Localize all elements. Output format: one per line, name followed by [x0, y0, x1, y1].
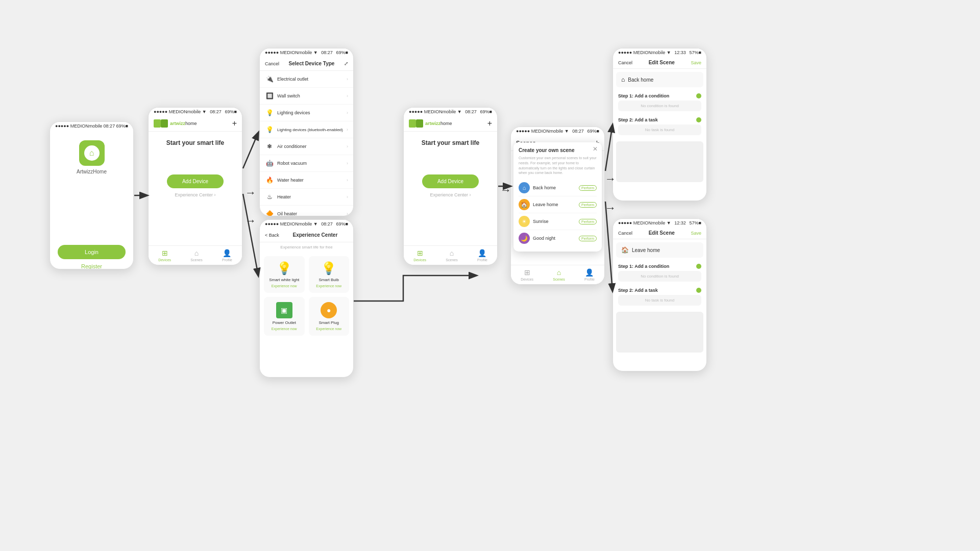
back-button[interactable]: < Back	[265, 233, 279, 238]
popup-scene-back-home[interactable]: ⌂ Back home Perform	[519, 180, 597, 196]
profile-icon-6: 👤	[585, 268, 594, 277]
device-item-lighting-bt[interactable]: 💡Lighting devices (bluetooth-enabled) ›	[260, 121, 353, 138]
chevron-icon-3: ›	[347, 110, 348, 115]
nav-devices-6[interactable]: ⊞ Devices	[521, 268, 533, 281]
expand-icon[interactable]: ⤢	[344, 61, 348, 66]
time-7: 12:33	[674, 50, 686, 55]
time-3: 08:27	[321, 50, 333, 55]
step1-section-7: Step 1: Add a condition No condition is …	[613, 90, 706, 114]
step2-dot-8	[696, 288, 701, 293]
nav-scenes-5[interactable]: ⌂ Scenes	[446, 249, 457, 262]
save-button-7[interactable]: Save	[691, 60, 701, 65]
devices-icon-5: ⊞	[417, 249, 423, 257]
popup-perform-1[interactable]: Perform	[579, 185, 597, 191]
status-bar-6: ●●●●● MEDIONmobile ▼ 08:27 69%■	[511, 127, 604, 135]
devices-icon: ⊞	[162, 249, 168, 257]
battery-8: 57%■	[690, 220, 701, 226]
nav-devices[interactable]: ⊞ Devices	[158, 249, 171, 262]
save-button-8[interactable]: Save	[691, 231, 701, 236]
status-bar-3: ●●●●● MEDIONmobile ▼ 08:27 69%■	[260, 48, 353, 57]
cancel-button-7[interactable]: Cancel	[618, 60, 632, 65]
battery-1: 69%■	[116, 123, 128, 129]
popup-scene-leave[interactable]: 🏠 Leave home Perform	[519, 196, 597, 213]
popup-scene-sunrise[interactable]: ☀ Sunrise Perform	[519, 213, 597, 230]
leave-home-bar-8: 🏠 Leave home	[616, 242, 703, 258]
profile-icon-5: 👤	[478, 249, 486, 257]
popup-scene-night[interactable]: 🌙 Good night Perform	[519, 230, 597, 246]
exp-center-link[interactable]: Experience Center ›	[175, 192, 215, 197]
cancel-button-3[interactable]: Cancel	[265, 61, 279, 66]
nav-profile-5[interactable]: 👤 Profile	[477, 249, 487, 262]
water-icon: 🔥	[265, 176, 274, 185]
step1-section-8: Step 1: Add a condition No condition is …	[613, 261, 706, 285]
device-item-vacuum[interactable]: 🤖Robot vacuum ›	[260, 155, 353, 172]
exp-card-bulb[interactable]: 💡 Smart Bulb Experience now	[309, 256, 350, 293]
bottom-nav-5: ⊞ Devices ⌂ Scenes 👤 Profile	[404, 245, 497, 265]
device-item-ac[interactable]: ❄Air conditioner ›	[260, 138, 353, 155]
popup-perform-4[interactable]: Perform	[579, 236, 597, 241]
cancel-button-8[interactable]: Cancel	[618, 231, 632, 236]
chevron-icon-6: ›	[347, 161, 348, 166]
signal-7: ●●●●● MEDIONmobile ▼	[618, 50, 671, 55]
time-5: 08:27	[465, 109, 477, 114]
devices-label: Devices	[158, 258, 171, 262]
add-device-button-5[interactable]: Add Device	[422, 174, 479, 188]
exp-card-plug[interactable]: ● Smart Plug Experience now	[309, 297, 350, 336]
svg-line-4	[605, 125, 612, 171]
nav-devices-5[interactable]: ⊞ Devices	[413, 249, 426, 262]
create-scene-popup: ✕ Create your own scene Customize your o…	[513, 142, 602, 252]
nav-scenes-6[interactable]: ⌂ Scenes	[553, 268, 565, 281]
outlet-link[interactable]: Experience now	[272, 327, 297, 331]
popup-perform-2[interactable]: Perform	[579, 202, 597, 208]
home-icon-7: ⌂	[621, 76, 625, 83]
smart-life-screen: ●●●●● MEDIONmobile ▼ 08:27 69%■ artwizzh…	[148, 107, 242, 265]
step2-empty-8: No task is found	[618, 295, 701, 306]
arrow-6-to-7: →	[605, 172, 616, 186]
exp-center-link-5[interactable]: Experience Center ›	[430, 192, 471, 197]
white-light-icon: 💡	[277, 261, 292, 276]
add-icon[interactable]: +	[232, 119, 237, 128]
light-bt-icon: 💡	[265, 125, 274, 134]
device-type-header: Cancel Select Device Type ⤢	[260, 57, 353, 71]
plug-link[interactable]: Experience now	[316, 327, 341, 331]
experience-center-screen: ●●●●● MEDIONmobile ▼ 08:27 69%■ < Back E…	[259, 219, 354, 378]
device-type-title: Select Device Type	[289, 61, 335, 66]
battery-5: 69%■	[480, 109, 492, 114]
add-icon-5[interactable]: +	[487, 119, 492, 128]
edit-title-8: Edit Scene	[649, 230, 675, 236]
exp-header: < Back Experience Center	[260, 228, 353, 242]
login-screen: ●●●●● MEDIONmobile 08:27 69%■ ArtwizzHom…	[50, 121, 134, 269]
exp-card-outlet[interactable]: ▣ Power Outlet Experience now	[264, 297, 305, 336]
bulb-icon: 💡	[321, 261, 336, 276]
bottom-nav-2: ⊞ Devices ⌂ Scenes 👤 Profile	[149, 245, 242, 265]
white-light-link[interactable]: Experience now	[272, 284, 297, 288]
popup-close-button[interactable]: ✕	[593, 145, 598, 153]
nav-profile-6[interactable]: 👤 Profile	[584, 268, 595, 281]
device-item-wall[interactable]: 🔲Wall switch ›	[260, 88, 353, 105]
nav-scenes[interactable]: ⌂ Scenes	[190, 249, 202, 262]
bulb-link[interactable]: Experience now	[316, 284, 341, 288]
exp-card-white-light[interactable]: 💡 Smart white light Experience now	[264, 256, 305, 293]
time-1: 08:27	[104, 123, 115, 129]
scene-name-text-7: Back home	[628, 77, 653, 83]
register-link[interactable]: Register	[81, 263, 102, 269]
login-button[interactable]: Login	[58, 245, 126, 259]
scenes-label-5: Scenes	[446, 258, 457, 262]
app-header-5: artwizzhome +	[404, 116, 497, 132]
profile-label-5: Profile	[477, 258, 487, 262]
light-icon: 💡	[265, 108, 274, 117]
popup-perform-3[interactable]: Perform	[579, 219, 597, 224]
device-item-electrical[interactable]: 🔌Electrical outlet ›	[260, 71, 353, 88]
add-device-button[interactable]: Add Device	[167, 174, 224, 188]
scene-name-text-8: Leave home	[632, 247, 660, 253]
device-item-heater[interactable]: ♨Heater ›	[260, 189, 353, 206]
step1-dot-7	[696, 93, 701, 98]
device-item-oil[interactable]: 🔶Oil heater ›	[260, 206, 353, 216]
nav-profile[interactable]: 👤 Profile	[222, 249, 232, 262]
device-item-water[interactable]: 🔥Water heater ›	[260, 172, 353, 189]
app-header-2: artwizzhome +	[149, 116, 242, 132]
device-item-lighting[interactable]: 💡Lighting devices ›	[260, 105, 353, 121]
svg-rect-6	[154, 119, 161, 128]
outlet-icon: 🔌	[265, 74, 274, 84]
logo-text-5: artwizzhome	[425, 121, 452, 126]
